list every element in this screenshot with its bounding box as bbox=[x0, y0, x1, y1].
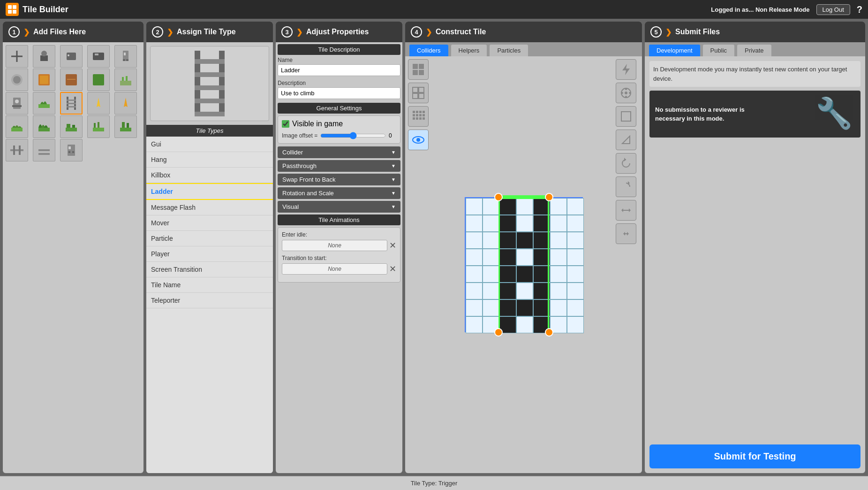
file-item-16[interactable] bbox=[60, 115, 83, 138]
handle-top-left[interactable] bbox=[494, 193, 503, 201]
tile-type-screen-transition[interactable]: Screen Transition bbox=[146, 262, 273, 277]
panel5-header: 5 ❯ Submit Files bbox=[645, 22, 865, 42]
svg-rect-48 bbox=[10, 149, 23, 151]
panel1-title: Add Files Here bbox=[33, 28, 86, 36]
file-item-ladder[interactable] bbox=[60, 92, 83, 115]
properties-content: Tile Description Name Description Genera… bbox=[276, 42, 402, 473]
tile-type-mover[interactable]: Mover bbox=[146, 215, 273, 231]
tab-helpers[interactable]: Helpers bbox=[451, 44, 488, 56]
tile-type-ladder[interactable]: Ladder bbox=[146, 183, 273, 200]
file-item-1[interactable] bbox=[33, 45, 55, 68]
image-offset-row: Image offset = 0 bbox=[282, 132, 396, 139]
file-item-7[interactable] bbox=[60, 69, 83, 91]
handle-top-right[interactable] bbox=[545, 193, 553, 201]
name-input[interactable] bbox=[278, 64, 400, 76]
transition-input[interactable] bbox=[282, 263, 387, 275]
tab-particles[interactable]: Particles bbox=[489, 44, 528, 56]
svg-rect-60 bbox=[195, 72, 225, 77]
submit-for-testing-button[interactable]: Submit for Testing bbox=[649, 444, 860, 468]
grid-full-icon[interactable] bbox=[408, 59, 429, 80]
description-input[interactable] bbox=[278, 87, 400, 99]
enter-idle-clear-button[interactable]: ✕ bbox=[389, 240, 396, 251]
cell-r7c3 bbox=[499, 299, 516, 316]
tile-type-hang[interactable]: Hang bbox=[146, 152, 273, 168]
transition-clear-button[interactable]: ✕ bbox=[389, 264, 396, 274]
tab-development[interactable]: Development bbox=[649, 44, 701, 56]
cell-r7c1 bbox=[466, 299, 483, 316]
file-item-10[interactable] bbox=[6, 92, 28, 115]
tab-public[interactable]: Public bbox=[702, 44, 735, 56]
svg-marker-94 bbox=[622, 136, 630, 144]
cell-r2c7 bbox=[567, 215, 584, 232]
tile-type-particle[interactable]: Particle bbox=[146, 231, 273, 246]
file-item-13[interactable] bbox=[114, 92, 137, 115]
file-item-3[interactable] bbox=[87, 45, 110, 68]
compress-icon[interactable] bbox=[616, 223, 636, 244]
file-item-8[interactable] bbox=[87, 69, 110, 91]
tab-private[interactable]: Private bbox=[737, 44, 771, 56]
file-item-17[interactable] bbox=[87, 115, 110, 138]
panel3-header: 3 ❯ Adjust Properties bbox=[276, 22, 402, 42]
collider-section[interactable]: Collider ▼ bbox=[278, 146, 400, 158]
logout-button[interactable]: Log Out bbox=[816, 4, 850, 15]
tile-type-tile-name[interactable]: Tile Name bbox=[146, 277, 273, 293]
svg-rect-76 bbox=[413, 114, 415, 116]
svg-rect-70 bbox=[413, 93, 418, 99]
lightning-icon[interactable] bbox=[616, 59, 636, 80]
file-item-21[interactable] bbox=[60, 139, 83, 161]
file-item-20[interactable] bbox=[33, 139, 55, 161]
enter-idle-input[interactable] bbox=[282, 240, 387, 251]
file-item-14[interactable] bbox=[6, 115, 28, 138]
file-item-5[interactable] bbox=[6, 69, 28, 91]
tile-type-teleporter[interactable]: Teleporter bbox=[146, 293, 273, 308]
svg-rect-52 bbox=[38, 149, 50, 151]
help-icon[interactable]: ? bbox=[857, 4, 862, 15]
handle-bottom-left[interactable] bbox=[494, 328, 503, 337]
swap-front-to-back-section[interactable]: Swap Front to Back ▼ bbox=[278, 174, 400, 185]
construct-body bbox=[405, 56, 642, 473]
file-item-2[interactable] bbox=[60, 45, 83, 68]
snowflake-icon[interactable] bbox=[616, 83, 636, 103]
visibility-toggle-icon[interactable] bbox=[408, 130, 429, 150]
handle-bottom-right[interactable] bbox=[545, 328, 553, 337]
tile-type-killbox[interactable]: Killbox bbox=[146, 168, 273, 183]
visual-section[interactable]: Visual ▼ bbox=[278, 201, 400, 213]
file-item-9[interactable] bbox=[114, 69, 137, 91]
left-green-border bbox=[498, 197, 500, 332]
rotate-left-icon[interactable] bbox=[616, 153, 636, 174]
svg-rect-1 bbox=[13, 5, 16, 9]
tile-type-message-flash[interactable]: Message Flash bbox=[146, 200, 273, 215]
expand-icon[interactable] bbox=[616, 200, 636, 221]
tab-colliders[interactable]: Colliders bbox=[409, 44, 449, 56]
svg-marker-101 bbox=[623, 232, 625, 236]
visible-in-game-checkbox[interactable] bbox=[282, 120, 289, 128]
file-item-18[interactable] bbox=[114, 115, 137, 138]
svg-rect-56 bbox=[72, 151, 74, 153]
square-outline-icon[interactable] bbox=[616, 106, 636, 127]
cell-r4c3 bbox=[499, 249, 516, 266]
cell-r5c4 bbox=[516, 266, 533, 283]
svg-rect-55 bbox=[68, 151, 70, 153]
rotation-and-scale-section[interactable]: Rotation and Scale ▼ bbox=[278, 187, 400, 199]
file-item-12[interactable] bbox=[87, 92, 110, 115]
svg-point-90 bbox=[625, 96, 627, 98]
grid-quarters-icon[interactable] bbox=[408, 106, 429, 127]
cell-r5c1 bbox=[466, 266, 483, 283]
file-item-4[interactable] bbox=[114, 45, 137, 68]
triangle-icon[interactable] bbox=[616, 130, 636, 150]
tile-type-player[interactable]: Player bbox=[146, 246, 273, 262]
rotate-right-icon[interactable] bbox=[616, 176, 636, 197]
svg-point-17 bbox=[13, 76, 21, 84]
visual-arrow: ▼ bbox=[391, 204, 396, 209]
file-item-11[interactable] bbox=[33, 92, 55, 115]
file-item-6[interactable] bbox=[33, 69, 55, 91]
file-item-15[interactable] bbox=[33, 115, 55, 138]
passthrough-section[interactable]: Passthrough ▼ bbox=[278, 160, 400, 172]
file-item-add[interactable] bbox=[6, 45, 28, 68]
visible-in-game-row: Visible in game bbox=[282, 120, 396, 128]
description-label: Description bbox=[278, 80, 400, 86]
tile-type-gui[interactable]: Gui bbox=[146, 137, 273, 152]
file-item-19[interactable] bbox=[6, 139, 28, 161]
image-offset-slider[interactable] bbox=[320, 132, 386, 139]
grid-outline-icon[interactable] bbox=[408, 83, 429, 103]
